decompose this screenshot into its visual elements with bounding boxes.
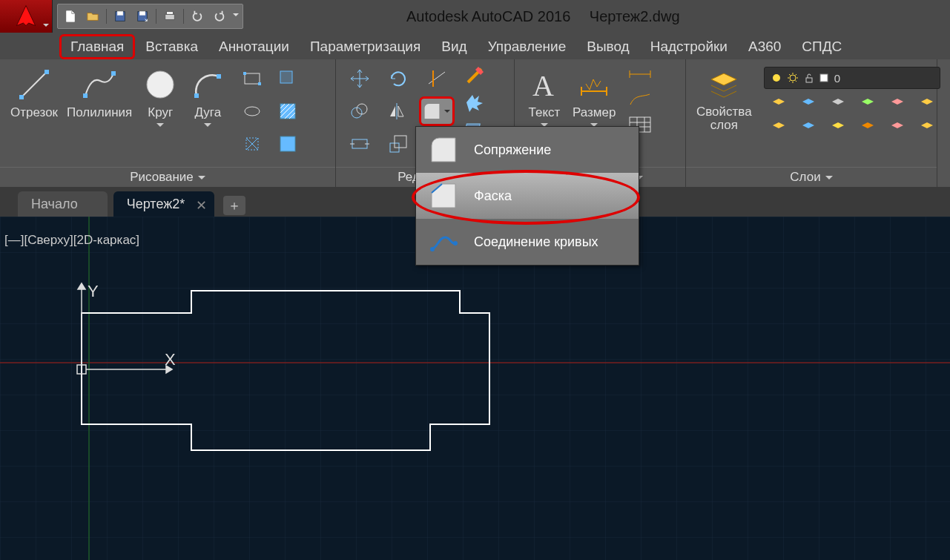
- circle-icon: [141, 65, 179, 104]
- svg-point-38: [430, 247, 435, 251]
- layer-match-button[interactable]: [884, 93, 911, 114]
- svg-rect-4: [165, 14, 175, 19]
- chevron-down-icon: [204, 123, 211, 131]
- ribbon-tab-spds[interactable]: СПДС: [791, 34, 852, 59]
- rectangle-dd-button[interactable]: [271, 64, 304, 93]
- fillet-split-button[interactable]: [419, 96, 455, 126]
- circle-button[interactable]: Круг: [136, 64, 184, 132]
- ellipse-button[interactable]: [236, 96, 268, 126]
- linear-dim-button[interactable]: [623, 64, 657, 85]
- panel-draw-title[interactable]: Рисование: [0, 167, 335, 187]
- layer-properties-label: Свойства слоя: [696, 105, 752, 132]
- erase-button[interactable]: [459, 64, 490, 88]
- spline-button[interactable]: [236, 129, 268, 159]
- doc-tab-label: Начало: [31, 197, 78, 212]
- point-button[interactable]: [271, 129, 304, 159]
- drawing-canvas[interactable]: Y X [—][Сверху][2D-каркас]: [0, 217, 950, 560]
- svg-point-11: [147, 71, 174, 98]
- dimension-icon: [575, 65, 613, 104]
- open-file-button[interactable]: [82, 6, 104, 27]
- undo-button[interactable]: [186, 6, 208, 27]
- fillet-icon: [428, 134, 459, 165]
- layer-t2-button[interactable]: [795, 117, 822, 138]
- product-name: Autodesk AutoCAD 2016: [406, 8, 570, 24]
- layer-selector[interactable]: 0: [764, 67, 940, 89]
- layer-t6-button[interactable]: [914, 117, 940, 138]
- panel-draw: Отрезок Полилиния Круг Дуга: [0, 59, 336, 187]
- dropdown-item-blend[interactable]: Соединение кривых: [416, 219, 639, 265]
- svg-text:A: A: [532, 69, 554, 102]
- svg-rect-15: [243, 72, 246, 75]
- copy-button[interactable]: [342, 96, 377, 126]
- hatch-button[interactable]: [271, 96, 304, 126]
- stretch-button[interactable]: [342, 129, 377, 159]
- layer-t3-button[interactable]: [825, 117, 851, 138]
- ribbon-tab-a360[interactable]: A360: [738, 34, 791, 59]
- save-button[interactable]: [109, 6, 131, 27]
- trim-button[interactable]: [419, 64, 455, 93]
- new-tab-button[interactable]: ＋: [223, 196, 245, 215]
- file-name: Чертеж2.dwg: [590, 8, 680, 24]
- svg-line-6: [22, 72, 47, 97]
- viewport-label[interactable]: [—][Сверху][2D-каркас]: [4, 233, 139, 248]
- ribbon-tab-home[interactable]: Главная: [59, 34, 135, 59]
- ribbon-tab-view[interactable]: Вид: [431, 34, 477, 59]
- layer-properties-button[interactable]: Свойства слоя: [692, 64, 756, 134]
- svg-point-35: [790, 75, 796, 81]
- chevron-down-icon: [156, 123, 164, 131]
- svg-rect-12: [194, 93, 199, 98]
- close-icon[interactable]: ✕: [196, 197, 207, 214]
- dropdown-item-chamfer[interactable]: Фаска: [416, 173, 639, 219]
- chamfer-icon: [428, 180, 459, 211]
- color-swatch-icon: [819, 73, 828, 82]
- layer-t1-button[interactable]: [765, 117, 792, 138]
- current-layer-name: 0: [834, 72, 840, 85]
- dimension-button[interactable]: Размер: [568, 64, 620, 132]
- text-button[interactable]: A Текст: [521, 64, 568, 132]
- layer-lock-button[interactable]: [854, 93, 881, 114]
- ribbon-tab-parametric[interactable]: Параметризация: [300, 34, 431, 59]
- layer-t4-button[interactable]: [854, 117, 881, 138]
- ribbon-tab-output[interactable]: Вывод: [576, 34, 639, 59]
- svg-rect-14: [245, 73, 260, 84]
- dropdown-item-label: Сопряжение: [474, 142, 551, 158]
- panel-layers-title[interactable]: Слои: [686, 167, 937, 187]
- move-button[interactable]: [342, 64, 377, 93]
- plot-button[interactable]: [159, 6, 181, 27]
- doc-tab-current[interactable]: Чертеж2*✕: [113, 191, 215, 217]
- dropdown-item-label: Фаска: [474, 188, 512, 204]
- line-button[interactable]: Отрезок: [6, 64, 62, 122]
- sun-icon: [787, 72, 799, 84]
- rotate-button[interactable]: [380, 64, 416, 93]
- ribbon-tab-manage[interactable]: Управление: [478, 34, 577, 59]
- draw-small-buttons: [236, 64, 304, 159]
- line-icon: [15, 65, 53, 104]
- ribbon-tab-annotate[interactable]: Аннотации: [208, 34, 300, 59]
- dropdown-item-fillet[interactable]: Сопряжение: [416, 127, 639, 173]
- mirror-button[interactable]: [380, 96, 416, 126]
- redo-button[interactable]: [208, 6, 231, 27]
- leader-button[interactable]: [623, 89, 657, 110]
- dimension-button-label: Размер: [573, 105, 616, 120]
- layer-freeze-button[interactable]: [825, 93, 851, 114]
- layer-iso-button[interactable]: [765, 93, 792, 114]
- ribbon-tab-addins[interactable]: Надстройки: [640, 34, 738, 59]
- scale-button[interactable]: [380, 129, 416, 159]
- layer-t5-button[interactable]: [884, 117, 911, 138]
- explode-button[interactable]: [459, 90, 490, 114]
- ribbon-tabs: Главная Вставка Аннотации Параметризация…: [0, 33, 950, 59]
- svg-rect-9: [83, 93, 88, 98]
- new-file-button[interactable]: [59, 6, 82, 27]
- axis-x-label: X: [165, 350, 176, 369]
- polyline-button[interactable]: Полилиния: [62, 64, 136, 122]
- saveas-button[interactable]: [131, 6, 154, 27]
- rectangle-button[interactable]: [236, 64, 268, 93]
- arc-button[interactable]: Дуга: [184, 64, 231, 132]
- svg-rect-7: [19, 95, 24, 99]
- layer-prev-button[interactable]: [914, 93, 940, 114]
- doc-tab-start[interactable]: Начало: [18, 191, 108, 217]
- svg-point-18: [245, 107, 260, 116]
- app-menu-button[interactable]: [0, 0, 53, 33]
- layer-off-button[interactable]: [795, 93, 822, 114]
- ribbon-tab-insert[interactable]: Вставка: [135, 34, 208, 59]
